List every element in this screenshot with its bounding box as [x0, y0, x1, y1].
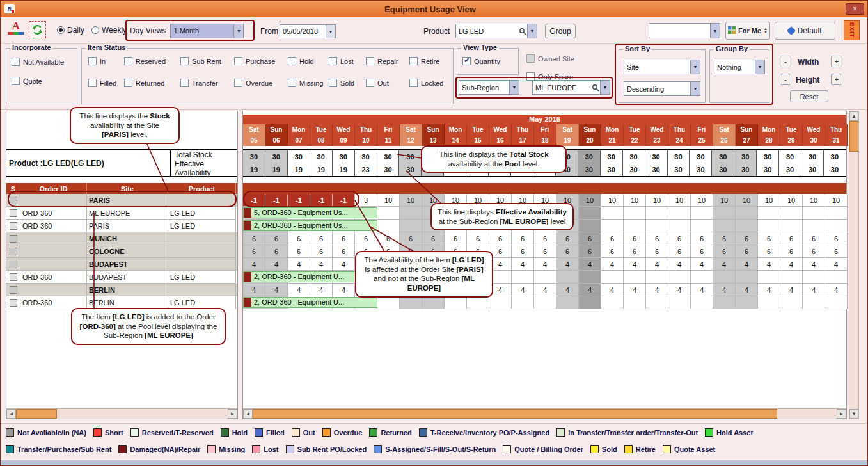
calendar-cell[interactable] [467, 296, 489, 309]
scrollbar-thumb[interactable] [253, 409, 777, 419]
calendar-cell[interactable]: 6 [758, 232, 780, 245]
calendar-cell[interactable] [646, 207, 668, 220]
chevron-down-icon[interactable]: ▼ [600, 81, 610, 94]
row-select-cell[interactable] [6, 271, 20, 284]
calendar-cell[interactable] [713, 220, 736, 232]
calendar-cell[interactable]: -1 [288, 194, 310, 207]
calendar-cell[interactable]: 10 [377, 194, 400, 207]
calendar-cell[interactable]: 4 [825, 284, 848, 296]
calendar-cell[interactable]: 30 [690, 150, 712, 163]
daily-radio[interactable]: Daily [57, 26, 84, 35]
calendar-cell[interactable] [601, 296, 624, 309]
calendar-cell[interactable]: 6 [534, 245, 556, 258]
checkbox-box-icon[interactable] [329, 57, 337, 65]
checkbox-box-icon[interactable] [234, 79, 242, 87]
calendar-cell[interactable]: 4 [534, 258, 556, 271]
calendar-cell[interactable] [377, 296, 400, 309]
calendar-cell[interactable] [601, 220, 624, 232]
calendar-cell[interactable] [579, 207, 601, 220]
calendar-cell[interactable]: 30 [801, 150, 824, 163]
calendar-cell[interactable]: -1 [243, 194, 265, 207]
calendar-cell[interactable]: 4 [310, 258, 333, 271]
checkbox-box-icon[interactable] [288, 57, 296, 65]
calendar-cell[interactable]: 6 [668, 232, 691, 245]
search-icon[interactable] [517, 28, 527, 35]
calendar-cell[interactable]: 4 [691, 284, 713, 296]
scroll-left-icon[interactable]: ◄ [6, 409, 16, 419]
calendar-cell[interactable]: 4 [736, 284, 758, 296]
calendar-cell[interactable]: 6 [512, 232, 534, 245]
calendar-cell[interactable]: 4 [780, 284, 803, 296]
calendar-cell[interactable] [601, 271, 624, 284]
checkbox-box-icon[interactable] [124, 57, 132, 65]
search-icon[interactable] [590, 84, 600, 92]
calendar-cell[interactable]: 30 [288, 150, 310, 163]
owned-site-checkbox[interactable]: Owned Site [526, 54, 574, 63]
calendar-cell[interactable] [736, 207, 758, 220]
calendar-cell[interactable]: 30 [779, 163, 801, 176]
scrollbar-thumb[interactable] [16, 409, 57, 419]
calendar-cell[interactable] [646, 296, 668, 309]
left-grid-row-berlin[interactable]: ORD-360BERLINLG LED [6, 296, 237, 309]
calendar-row-budapest[interactable]: 2, ORD-360 - Equipment U... [243, 271, 848, 284]
calendar-cell[interactable]: 6 [579, 232, 601, 245]
calendar-cell[interactable]: 4 [803, 258, 825, 271]
calendar-cell[interactable] [579, 271, 601, 284]
row-select-cell[interactable] [6, 220, 20, 232]
calendar-cell[interactable]: 4 [780, 258, 803, 271]
close-icon[interactable]: × [846, 3, 864, 15]
calendar-cell[interactable]: 6 [355, 232, 377, 245]
checkbox-retire[interactable]: Retire [409, 57, 446, 65]
quick-select-combo[interactable]: ▼ [649, 23, 720, 38]
calendar-cell[interactable]: 6 [400, 232, 422, 245]
calendar-cell[interactable]: 30 [824, 150, 846, 163]
calendar-cell[interactable]: 6 [736, 245, 758, 258]
calendar-cell[interactable] [713, 296, 736, 309]
checkbox-filled[interactable]: Filled [88, 79, 124, 87]
checkbox-returned[interactable]: Returned [124, 79, 180, 87]
calendar-cell[interactable]: 10 [803, 194, 825, 207]
row-select-cell[interactable] [6, 245, 20, 258]
calendar-cell[interactable] [646, 220, 668, 232]
calendar-cell[interactable]: 3 [355, 194, 377, 207]
checkbox-box-icon[interactable] [409, 57, 418, 65]
calendar-cell[interactable] [668, 271, 691, 284]
calendar-cell[interactable]: 4 [624, 258, 646, 271]
checkbox-box-icon[interactable] [366, 79, 374, 87]
reset-button[interactable]: Reset [790, 90, 828, 102]
calendar-cell[interactable] [736, 271, 758, 284]
calendar-cell[interactable]: 6 [377, 232, 400, 245]
calendar-cell[interactable] [825, 207, 848, 220]
calendar-cell[interactable]: 10 [601, 194, 624, 207]
calendar-cell[interactable]: 30 [623, 163, 645, 176]
checkbox-locked[interactable]: Locked [409, 79, 446, 87]
calendar-cell[interactable]: 30 [578, 150, 601, 163]
calendar-cell[interactable] [534, 296, 556, 309]
calendar-cell[interactable]: 6 [445, 232, 467, 245]
calendar-cell[interactable]: 6 [803, 232, 825, 245]
calendar-cell[interactable]: 30 [377, 163, 400, 176]
calendar-cell[interactable]: 6 [467, 232, 489, 245]
calendar-cell[interactable]: 4 [556, 258, 579, 271]
group-button[interactable]: Group [545, 24, 576, 38]
calendar-cell[interactable] [624, 207, 646, 220]
exit-button[interactable]: EXIT [844, 20, 860, 40]
calendar-cell[interactable] [803, 296, 825, 309]
calendar-cell[interactable] [713, 271, 736, 284]
calendar-cell[interactable] [803, 271, 825, 284]
calendar-cell[interactable] [691, 207, 713, 220]
region-value-combo[interactable]: ML EUROPE ▼ [532, 80, 610, 95]
row-checkbox-icon[interactable] [10, 235, 17, 243]
calendar-cell[interactable]: 4 [646, 258, 668, 271]
checkbox-box-icon[interactable] [409, 79, 418, 87]
calendar-cell[interactable]: 19 [310, 163, 333, 176]
calendar-cell[interactable]: -1 [265, 194, 288, 207]
checkbox-not-available[interactable]: Not Available [12, 58, 64, 66]
calendar-cell[interactable]: 30 [377, 150, 400, 163]
group-by-combo[interactable]: Nothing ▼ [714, 60, 765, 74]
calendar-cell[interactable]: 4 [601, 258, 624, 271]
chevron-down-icon[interactable]: ▼ [326, 25, 335, 38]
scroll-right-icon[interactable]: ► [837, 409, 846, 419]
calendar-row-cologne[interactable]: 666666666666666666666666666 [243, 245, 848, 258]
calendar-cell[interactable]: 19 [243, 163, 265, 176]
